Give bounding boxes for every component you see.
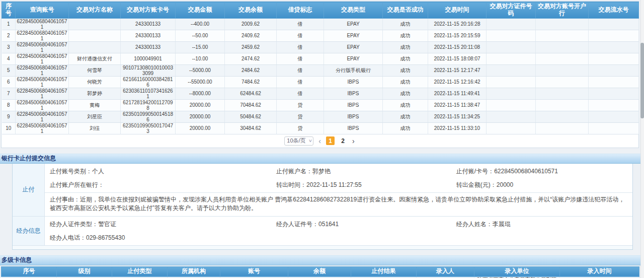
table-cell: 6228450068040610571 [16,18,69,30]
table-cell: 2022-11-15 11:38:47 [428,99,487,111]
multi-card-panel: 序号级别止付类型所属机构账号余额止付结果录入人录入单位录入时间 1一级第三方止付… [1,266,639,278]
table-cell: 贷 [277,122,324,134]
table-cell [589,122,639,134]
table-cell: 借 [277,18,324,30]
table-row: 96228450068040610571刘星臣62350109905001451… [2,111,639,122]
field-operator-cert-no: 经办人证件号：051641 [276,221,456,229]
table-cell: 2409.62 [225,30,277,41]
column-header: 序号 [2,266,57,276]
table-cell: 2474.62 [225,53,277,64]
table-cell: 5 [2,64,16,76]
table-cell: 20000.00 [176,111,225,122]
column-header: 录入时间 [560,266,639,276]
table-cell [536,122,589,134]
table-row: 36228450068040610571243300133--15.002459… [2,41,639,53]
table-cell: 6228450068040610571 [16,99,69,111]
group-label-stop-payment: 止付 [13,164,45,216]
table-cell: 2022-11-15 11:33:10 [428,122,487,134]
column-header: 交易类型 [324,2,383,19]
table-cell: 2022-11-15 11:34:25 [428,111,487,122]
column-header: 借贷标志 [277,2,324,19]
table-cell: 2022-11-15 18:08:07 [428,53,487,64]
table-cell [536,111,589,122]
stop-payment-box-footer [13,246,632,249]
table-cell: 2484.62 [225,64,277,76]
table-cell [487,111,536,122]
table-cell: 50484.62 [225,111,277,122]
field-transfer-amount: 转出金额(元)：20000 [456,181,630,189]
table-cell: 刘佳 [69,122,121,134]
table-row: 16228450068040610571243300133--400.00200… [2,18,639,30]
stop-payment-fields: 止付账号类别：个人 止付账户名：郭梦艳 止付账/卡号：6228450068040… [45,164,632,192]
table-cell [487,41,536,53]
table-cell: 2022-11-15 11:49:41 [428,88,487,99]
table-cell: 黄梅 [69,99,121,111]
table-cell [69,41,121,53]
table-cell: 9 [2,111,16,122]
table-cell: 借 [277,64,324,76]
table-cell: 6228450068040610571 [16,64,69,76]
table-cell: 4 [2,53,16,64]
group-label-operator-info: 经办信息 [13,217,45,245]
table-cell: 70484.62 [225,99,277,111]
table-cell: 2022-11-15 12:16:42 [428,76,487,88]
table-cell: 成功 [383,122,428,134]
table-cell [589,30,639,41]
table-cell: --8000.00 [176,88,225,99]
table-cell: 何晓芳 [69,76,121,88]
table-cell: 成功 [383,88,428,99]
table-cell: 10 [2,122,16,134]
table-row: 66228450068040610571何晓芳62166116000038428… [2,76,639,88]
table-cell: --5000.00 [176,64,225,76]
table-cell: 6228450068040610571 [16,30,69,41]
page-button-2[interactable]: 2 [339,136,347,145]
next-page-button[interactable]: › [351,137,356,145]
field-operator-phone: 经办人电话：029-86755430 [50,234,276,242]
table-cell: 刘星臣 [69,111,121,122]
table-cell: 成功 [383,76,428,88]
table-cell [589,111,639,122]
section-title-text: 银行卡止付提交信息 [2,154,56,163]
table-cell: 成功 [383,64,428,76]
table-cell [536,99,589,111]
table-cell: 1 [2,18,16,30]
table-cell [536,30,589,41]
table-cell [589,64,639,76]
scrollbar[interactable] [640,0,644,278]
prev-page-button[interactable]: ‹ [317,137,322,145]
transactions-panel: 序号查询账号交易对方名称交易对方账卡号交易金额交易余额借贷标志交易类型交易是否成… [1,1,639,148]
table-row: 26228450068040610571243300133--50.002409… [2,30,639,41]
table-cell: 20000.00 [176,122,225,134]
column-header: 交易对方证件号码 [487,2,536,19]
table-cell: 借 [277,76,324,88]
stop-payment-reason: 止付事由：近期，我单位在接报刘妮被骗警情中，发现涉案人员利用贵单位相关账户 曹鸿… [45,192,632,216]
table-cell: IBPS [324,76,383,88]
table-cell [536,18,589,30]
table-cell: 2022-11-15 12:17:47 [428,64,487,76]
table-cell: 成功 [383,99,428,111]
table-cell: 成功 [383,30,428,41]
table-cell: IBPS [324,122,383,134]
table-cell [487,99,536,111]
table-row: 46228450068040610571财付通微信支付1000049901--1… [2,53,639,64]
table-cell: EPAY [324,41,383,53]
table-cell: 20000.00 [176,99,225,111]
page-button-1[interactable]: 1 [326,136,335,145]
table-cell: --10.00 [176,53,225,64]
operator-row: 经办信息 经办人证件类型：警官证 经办人证件号：051641 经办人姓名：李晨琨… [13,217,632,246]
table-cell: 6235010990500145186 [121,111,176,122]
table-cell: 6 [2,76,16,88]
table-cell [536,64,589,76]
table-cell: 2459.62 [225,41,277,53]
column-header: 交易时间 [428,2,487,19]
table-cell: 1000049901 [121,53,176,64]
stop-payment-section-title: 银行卡止付提交信息 [0,154,644,164]
scrollbar-thumb[interactable] [640,43,644,118]
table-cell: 6228450068040610571 [16,53,69,64]
table-cell [487,64,536,76]
field-operator-name: 经办人姓名：李晨琨 [456,221,630,229]
table-cell: 成功 [383,111,428,122]
table-cell: IBPS [324,99,383,111]
table-cell: 30484.62 [225,122,277,134]
page-size-select[interactable]: 10条/页 ∨ [284,136,313,146]
